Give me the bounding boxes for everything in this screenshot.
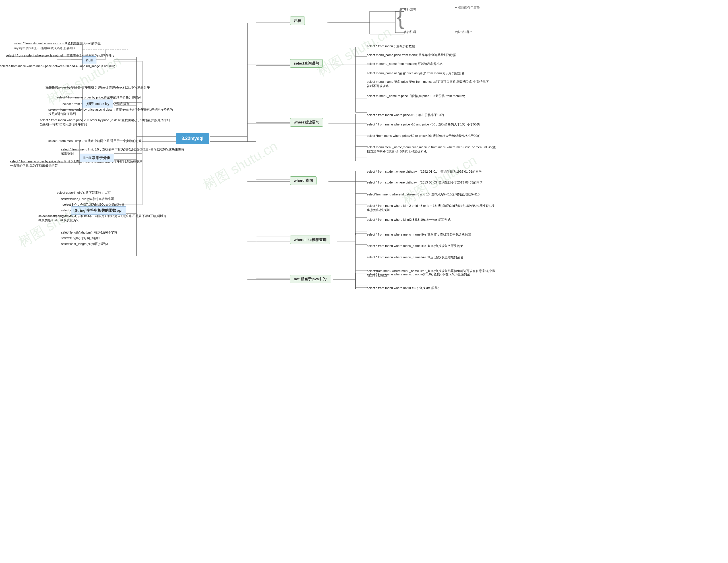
api-item-7: select length('你好啊');得到9 xyxy=(61,236,100,240)
orderby-item-4: select * from menu order by price ascc,i… xyxy=(48,107,173,116)
select-item-4: select menu_name as '菜名',price as '菜价' f… xyxy=(367,71,464,75)
where-query-item-3: select*from menu where id between 5 and … xyxy=(367,192,480,196)
null-item-2: select * from student where sex is not n… xyxy=(6,53,115,58)
null-note: mysql中的null值,不能用==或!=来处理,要用is xyxy=(14,46,75,50)
where-query-item-2: select * from student where birthday < '… xyxy=(367,180,483,185)
where-filter-item-3: select *from menu where price>50 or pric… xyxy=(367,134,480,138)
orderby-item-5: select * from menu where price <50 order… xyxy=(40,118,171,127)
branch-where-like: where like模糊查询 xyxy=(290,235,330,244)
where-query-item-4: select * from menu where id = 2 or id =8… xyxy=(367,204,498,212)
not-item-1: select * from menu where menu.id not in(… xyxy=(367,272,470,276)
api-item-5: select substr('hidgytmvfh',3,5);和limit不一… xyxy=(38,214,169,223)
not-item-2: select * from menu where not id = 5；查找id… xyxy=(367,286,439,290)
connection-lines xyxy=(0,0,728,563)
branch-null: null xyxy=(82,56,96,64)
where-filter-item-2: select * from menu where price>10 and pr… xyxy=(367,122,480,127)
select-item-2: select menu_name,price from menu; 从菜单中查询… xyxy=(367,53,456,57)
single-comment-note: -- 注后面有个空格 xyxy=(455,5,480,9)
comment-bracket: { xyxy=(397,5,404,28)
watermark-2: 树图 shutu.cn xyxy=(200,137,281,194)
select-item-1: select * from menu；查询所有数据 xyxy=(367,44,415,48)
orderby-item-2: select * from menu order by price;将菜中的菜单… xyxy=(57,95,141,100)
branch-select: select查询语句 xyxy=(290,59,323,68)
branch-where-filter: where过滤语句 xyxy=(290,118,323,127)
where-query-item-1: select * from student where birthday = '… xyxy=(367,169,482,174)
limit-item-1: select * from menu limit 2;查找表中前两个菜 适用于一… xyxy=(48,139,142,143)
multi-comment-note: /*多行注释*/ xyxy=(455,30,472,34)
api-item-1: select upper('hello'); 将字符串转为大写 xyxy=(57,190,111,195)
watermark-4: 树图 shutu.cn xyxy=(399,151,480,208)
api-item-2: select lower('Hello');将字符串转为小写 xyxy=(61,197,114,201)
api-item-8: select char_length('你好啊');得到3 xyxy=(61,242,108,246)
branch-limit: limit 常用于分页 xyxy=(80,154,114,162)
multi-comment-label: 多行注释 xyxy=(404,30,416,34)
mind-map-canvas: 树图 shutu.cn 树图 shutu.cn 树图 shutu.cn 树图 s… xyxy=(0,0,728,563)
center-label: 8.22mysql xyxy=(181,136,203,141)
where-query-item-5: select * from menu where id in(2,3,5,8,1… xyxy=(367,218,451,222)
orderby-item-1: 完整格式:order by 字段名 排序规格 升序(asc) 降序(desc) … xyxy=(45,85,150,90)
where-filter-item-4: select menu.menu_name,menu.price,menu.id… xyxy=(367,145,498,154)
where-like-item-3: select * from menu where menu_name like … xyxy=(367,255,463,259)
select-item-3: select m.menu_name from menu m; 可以给表名起小名 xyxy=(367,62,443,66)
center-node: 8.22mysql xyxy=(176,133,209,144)
api-item-6: select length('ahgtbm'); 得到6,是6个字符 xyxy=(61,230,117,235)
branch-api: String 字符串相关的函数 api xyxy=(71,206,126,215)
branch-comment: 注释 xyxy=(290,16,305,25)
null-item-3: select * from menu where menu.price betw… xyxy=(0,64,115,68)
where-filter-item-1: select * from menu where price<10；输出价格小于… xyxy=(367,113,444,117)
branch-where-query: where 查询 xyxy=(290,176,317,185)
where-like-item-2: select * from menu where menu_name like … xyxy=(367,244,463,248)
select-item-5: select menu_name 菜名,price 菜价 from menu; … xyxy=(367,80,489,88)
select-item-6: select m.menu_name,m.price 旧价格,m.price+1… xyxy=(367,94,465,98)
limit-item-3: select * from menu order by price desc l… xyxy=(10,159,144,168)
branch-orderby: 排序 order by xyxy=(82,100,113,108)
null-item-1: select * from student where sex is null;… xyxy=(14,41,102,45)
branch-not: not 相当于java中的! xyxy=(290,275,331,284)
single-comment-label: 单行注释 xyxy=(404,7,416,11)
where-like-item-1: select * from menu where menu_name like … xyxy=(367,232,471,237)
